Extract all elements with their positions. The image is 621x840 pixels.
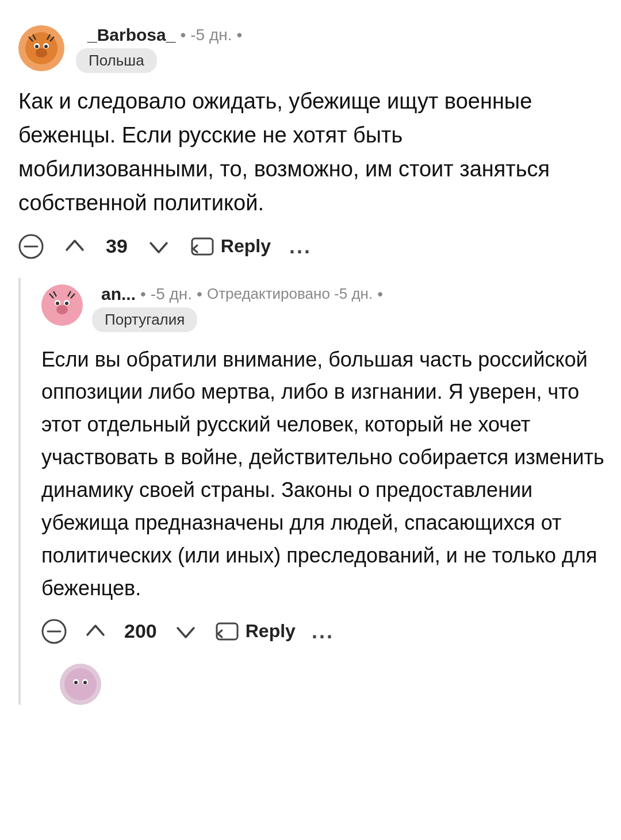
svg-point-29: [74, 681, 78, 684]
barbosa-reply-label: Reply: [221, 236, 271, 257]
an-dot2: •: [197, 285, 202, 303]
reply-icon: [190, 234, 215, 259]
barbosa-reply-button[interactable]: Reply: [190, 234, 271, 259]
an-downvote-icon: [173, 619, 198, 644]
an-reply-icon: [214, 619, 240, 644]
barbosa-vote-count: 39: [106, 235, 128, 257]
svg-point-30: [83, 681, 87, 684]
svg-point-5: [36, 48, 47, 57]
an-upvote-button[interactable]: [83, 619, 108, 644]
an-username: an...: [101, 284, 136, 304]
an-minus-circle-icon: [41, 619, 67, 644]
reply-content: an... • -5 дн. • Отредактировано -5 дн. …: [21, 273, 621, 705]
an-time: -5 дн.: [151, 285, 192, 303]
an-reply-button[interactable]: Reply: [214, 619, 296, 644]
svg-point-4: [44, 45, 48, 48]
thread-container: an... • -5 дн. • Отредактировано -5 дн. …: [0, 273, 621, 705]
svg-point-17: [65, 302, 68, 305]
avatar-an: [41, 284, 83, 326]
an-edited: Отредактировано -5 дн.: [207, 285, 373, 303]
barbosa-collapse-button[interactable]: [18, 234, 44, 259]
barbosa-comment-body: Как и следовало ожидать, убежище ищут во…: [0, 73, 621, 220]
barbosa-dot1: •: [180, 26, 186, 44]
barbosa-downvote-button[interactable]: [146, 234, 171, 259]
comments-container: _Barbosa_ • -5 дн. • Польша Как и следов…: [0, 0, 621, 716]
barbosa-username: _Barbosa_: [87, 25, 175, 45]
an-reply-label: Reply: [246, 621, 296, 642]
an-collapse-button[interactable]: [41, 619, 67, 644]
comment-an-meta: an... • -5 дн. • Отредактировано -5 дн. …: [101, 284, 610, 304]
barbosa-comment-actions: 39 Reply ...: [0, 220, 621, 273]
upvote-icon: [62, 234, 87, 259]
svg-point-16: [56, 302, 59, 305]
svg-point-18: [56, 305, 68, 314]
comment-barbosa-header: _Barbosa_ • -5 дн. • Польша: [0, 11, 621, 73]
an-dot1: •: [140, 285, 146, 303]
an-comment-actions: 200 Reply: [30, 605, 621, 658]
barbosa-more-options[interactable]: ...: [289, 234, 312, 259]
barbosa-upvote-button[interactable]: [62, 234, 87, 259]
svg-point-26: [64, 668, 97, 700]
an-comment-body: Если вы обратили внимание, большая часть…: [30, 332, 621, 605]
svg-point-3: [35, 45, 39, 48]
an-dot3: •: [377, 285, 383, 303]
comment-barbosa-meta: _Barbosa_ • -5 дн. •: [87, 25, 242, 45]
comment-an-header: an... • -5 дн. • Отредактировано -5 дн. …: [30, 273, 621, 332]
an-vote-count: 200: [124, 620, 157, 642]
an-downvote-button[interactable]: [173, 619, 198, 644]
minus-circle-icon: [18, 234, 44, 259]
an-more-options[interactable]: ...: [312, 619, 334, 644]
avatar-barbosa: [18, 25, 64, 71]
barbosa-time: -5 дн.: [190, 26, 232, 44]
an-location: Португалия: [92, 307, 197, 332]
barbosa-location: Польша: [76, 48, 157, 73]
avatar-partial: [60, 664, 101, 705]
barbosa-dot2: •: [237, 26, 243, 44]
an-upvote-icon: [83, 619, 108, 644]
downvote-icon: [146, 234, 171, 259]
bottom-partial-comment: [30, 658, 621, 705]
